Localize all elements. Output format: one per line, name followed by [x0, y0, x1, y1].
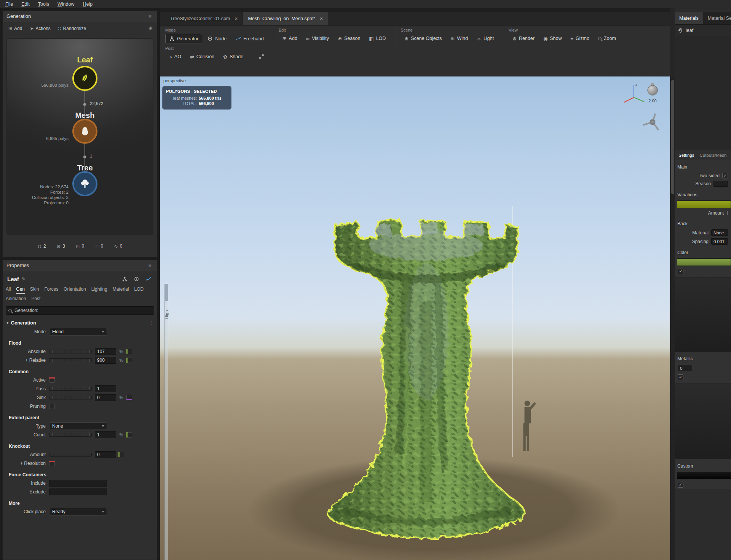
tab-lighting[interactable]: Lighting	[91, 286, 107, 294]
exclude-input[interactable]	[49, 488, 107, 495]
close-icon[interactable]: ×	[320, 16, 323, 22]
camera-label[interactable]: perspective	[163, 78, 186, 83]
tab-skin[interactable]: Skin	[30, 286, 39, 294]
menu-edit[interactable]: Edit	[21, 2, 30, 7]
color-gradient-editor[interactable]	[675, 277, 731, 352]
back-material-select[interactable]: None	[711, 229, 728, 236]
light-button[interactable]: ☼ Light	[473, 34, 498, 43]
tab-materials[interactable]: Materials	[675, 12, 703, 24]
relative-slider[interactable]	[49, 358, 92, 362]
close-icon[interactable]: ×	[235, 16, 238, 22]
pass-value-input[interactable]: 1	[95, 385, 116, 392]
percent-icon[interactable]: %	[118, 349, 124, 354]
forces-counter[interactable]: ⊚ 2	[38, 243, 46, 249]
count-value-input[interactable]: 1	[95, 431, 116, 438]
section-menu-icon[interactable]: ⋮	[149, 320, 154, 326]
collision-counter[interactable]: ⊕ 3	[57, 243, 65, 249]
sink-slider[interactable]	[49, 396, 92, 399]
include-input[interactable]	[49, 480, 107, 487]
close-icon[interactable]: ×	[147, 13, 153, 19]
generator-button[interactable]: Generator	[165, 34, 202, 43]
menu-window[interactable]: Window	[57, 2, 74, 7]
variations-color-swatch[interactable]	[677, 200, 731, 208]
curve-swatch[interactable]	[126, 349, 132, 354]
sink-swatch[interactable]	[126, 395, 132, 400]
shade-button[interactable]: ✿ Shade	[219, 52, 247, 61]
material-list-area[interactable]	[675, 36, 731, 150]
lod-slider[interactable]: High	[164, 284, 168, 560]
metallic-value-input[interactable]: 0	[678, 365, 692, 371]
list-counter[interactable]: ≣ 0	[95, 243, 103, 249]
leaf-node[interactable]	[72, 66, 97, 91]
amount-slider[interactable]	[49, 453, 92, 457]
curve-swatch[interactable]	[126, 432, 132, 438]
absolute-value-input[interactable]: 107	[95, 348, 116, 355]
mode-select[interactable]: Flood ▾	[49, 328, 107, 336]
node-graph[interactable]: 22,672 1 Leaf 566,800 polys Mesh 6,685 p…	[6, 38, 153, 235]
generation-section-header[interactable]: ▾ Generation ⋮	[3, 316, 157, 327]
tab-forces[interactable]: Forces	[44, 286, 58, 294]
tab-post[interactable]: Post	[31, 296, 40, 302]
pencil-icon[interactable]: ✎	[22, 276, 26, 282]
node-button[interactable]: Node	[203, 34, 230, 43]
season-button[interactable]: ❀ Season	[334, 34, 364, 43]
tab-settings[interactable]: Settings	[678, 153, 694, 158]
add-button[interactable]: ⊞ Add	[279, 34, 301, 43]
pruning-swatch[interactable]	[49, 404, 55, 409]
tree-node[interactable]	[72, 171, 97, 196]
zoom-button[interactable]: Zoom	[594, 34, 620, 43]
actions-button[interactable]: ➤ Actions	[27, 25, 53, 32]
tab-material-sets[interactable]: Material Se	[703, 12, 731, 24]
viewport-scrollbar[interactable]	[670, 77, 675, 560]
tab-lod[interactable]: LOD	[134, 286, 144, 294]
camera-counter[interactable]: ⊡ 0	[76, 243, 84, 249]
node-mode-toggle[interactable]	[132, 275, 141, 283]
custom-swatch[interactable]	[677, 472, 731, 479]
leafy-rook-model[interactable]	[312, 168, 541, 548]
percent-icon[interactable]: %	[118, 358, 124, 363]
back-spacing-input[interactable]: 0.001	[711, 238, 728, 245]
mesh-node[interactable]	[72, 119, 97, 144]
count-slider[interactable]	[49, 433, 92, 437]
color-enabled-checkbox[interactable]: ✓	[678, 269, 683, 274]
absolute-slider[interactable]	[49, 350, 92, 353]
relative-value-input[interactable]: 900	[95, 357, 116, 364]
generator-mode-toggle[interactable]	[120, 275, 129, 283]
link-counter[interactable]: ∿ 0	[114, 243, 122, 249]
gear-icon[interactable]: ✳	[147, 25, 154, 31]
pass-slider[interactable]	[49, 387, 92, 391]
randomize-button[interactable]: ∷ Randomize	[56, 25, 89, 32]
render-button[interactable]: ⊛ Render	[509, 34, 538, 43]
metallic-enabled-checkbox[interactable]: ✓	[678, 374, 683, 380]
active-swatch[interactable]	[49, 377, 55, 383]
freehand-button[interactable]: Freehand	[231, 34, 268, 43]
tab-all[interactable]: All	[6, 286, 11, 294]
collision-button[interactable]: ⇄ Collision	[186, 52, 218, 61]
close-icon[interactable]: ×	[147, 262, 153, 269]
wind-button[interactable]: ≋ Wind	[447, 34, 472, 43]
property-search-input[interactable]: Generation:	[6, 306, 154, 315]
resolution-swatch[interactable]	[49, 461, 55, 466]
season-input[interactable]	[713, 181, 728, 187]
type-select[interactable]: None ▾	[49, 422, 107, 430]
tab-gen[interactable]: Gen	[16, 286, 25, 294]
edge-dot-mesh-tree[interactable]	[83, 155, 86, 159]
tab-material[interactable]: Material	[113, 286, 129, 294]
click-place-select[interactable]: Ready ▾	[49, 508, 107, 515]
show-button[interactable]: ◉ Show	[539, 34, 566, 43]
menu-help[interactable]: Help	[83, 2, 93, 7]
propeller-gizmo[interactable]	[640, 109, 665, 135]
percent-icon[interactable]: %	[118, 433, 124, 437]
amount-value-input[interactable]: 0	[95, 451, 116, 458]
add-node-button[interactable]: ⊞ Add	[6, 25, 25, 32]
manipulator-ball[interactable]	[644, 81, 661, 98]
tab-orientation[interactable]: Orientation	[64, 286, 86, 294]
gizmo-button[interactable]: ⌖ Gizmo	[567, 34, 593, 43]
scrollbar-thumb[interactable]	[671, 80, 674, 194]
curve-swatch[interactable]	[126, 358, 132, 363]
material-list-item-leaf[interactable]: leaf	[675, 25, 731, 36]
menu-tools[interactable]: Tools	[38, 2, 49, 7]
tab-animation[interactable]: Animation	[6, 296, 26, 302]
lod-button[interactable]: ◧ LOD	[365, 34, 389, 43]
ao-button[interactable]: ◑ AO	[165, 52, 185, 61]
